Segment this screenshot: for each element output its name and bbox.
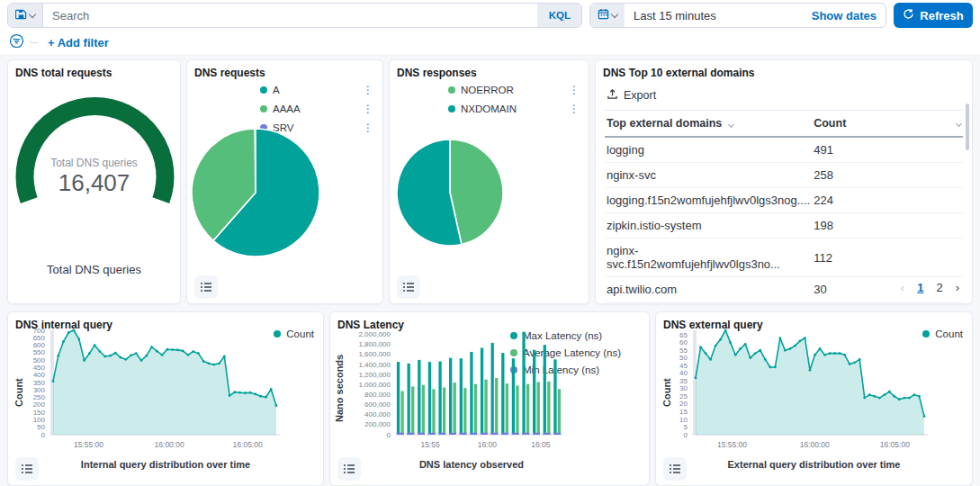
svg-text:16:05:00: 16:05:00: [880, 440, 910, 449]
legend-label: NOERROR: [461, 85, 514, 95]
legend-menu-icon[interactable]: ⋮: [361, 122, 375, 134]
svg-text:550: 550: [33, 348, 46, 356]
dashboard-grid: DNS total requests Total DNS queries 16,…: [0, 54, 980, 486]
show-dates-link[interactable]: Show dates: [803, 9, 886, 22]
svg-text:16:00:00: 16:00:00: [155, 440, 184, 449]
svg-text:0: 0: [387, 431, 391, 439]
area-chart[interactable]: 0510152025303540455055606515:55:0016:00:…: [667, 325, 937, 451]
legend-item[interactable]: AAAA⋮: [260, 103, 375, 115]
domain-cell: nginx-svc.f15n2womfujehfjlwv0lgs3no...: [605, 238, 812, 277]
search-input[interactable]: [43, 4, 537, 27]
save-icon: [15, 8, 27, 22]
domain-cell: api.twilio.com: [605, 277, 812, 302]
pie-chart[interactable]: [395, 138, 505, 248]
legend-dot-icon: [260, 86, 267, 94]
panel-legend-toggle-button[interactable]: [663, 457, 687, 481]
domain-cell: checkoutservice: [605, 302, 812, 305]
legend-label: Count: [286, 328, 314, 339]
table-row: nginx-svc258: [605, 163, 963, 188]
legend-label: AAAA: [273, 104, 301, 114]
legend-dot-icon: [448, 86, 455, 94]
calendar-icon: [598, 8, 609, 22]
svg-text:45: 45: [679, 362, 688, 370]
add-filter-link[interactable]: + Add filter: [48, 36, 109, 50]
bar-chart[interactable]: 0200,000400,000600,000800,0001,000,0001,…: [343, 325, 566, 451]
export-button[interactable]: Export: [596, 79, 677, 110]
legend-dot-icon: [448, 105, 455, 112]
panel-legend-toggle-button[interactable]: [194, 275, 218, 299]
search-bar: KQL: [7, 3, 582, 28]
pie-chart[interactable]: [190, 127, 321, 258]
svg-text:800,000: 800,000: [364, 391, 391, 399]
legend: NOERROR⋮NXDOMAIN⋮: [448, 84, 581, 115]
scrollbar[interactable]: [966, 104, 969, 150]
svg-text:600,000: 600,000: [364, 400, 391, 409]
panel-title[interactable]: DNS responses: [390, 60, 589, 79]
panel-legend-toggle-button[interactable]: [337, 457, 361, 481]
refresh-icon: [903, 8, 914, 22]
panel-title[interactable]: DNS total requests: [8, 60, 180, 79]
svg-text:100: 100: [33, 416, 46, 424]
svg-text:2,000,000: 2,000,000: [358, 330, 391, 338]
column-header-count[interactable]: Count: [812, 111, 963, 138]
svg-text:40: 40: [679, 369, 688, 377]
svg-text:16:05:00: 16:05:00: [233, 440, 263, 449]
top-domains-table: Top external domains Count logging491ngi…: [605, 110, 963, 304]
svg-text:15:55: 15:55: [420, 440, 440, 449]
panel-title[interactable]: DNS requests: [187, 60, 382, 79]
list-icon: [200, 281, 212, 293]
table-row: logging491: [605, 137, 963, 163]
svg-text:350: 350: [33, 379, 46, 387]
legend-menu-icon[interactable]: ⋮: [567, 103, 581, 115]
svg-text:1,200,000: 1,200,000: [358, 371, 391, 379]
legend-menu-icon[interactable]: ⋮: [361, 84, 375, 96]
svg-text:450: 450: [33, 364, 46, 372]
svg-text:150: 150: [33, 409, 46, 417]
domain-cell: zipkin.istio-system: [605, 213, 812, 238]
legend-item[interactable]: NXDOMAIN⋮: [448, 103, 581, 115]
list-icon: [669, 463, 681, 475]
legend-item[interactable]: A⋮: [260, 84, 375, 96]
legend-dot-icon: [260, 105, 267, 112]
svg-text:16:00:00: 16:00:00: [800, 440, 830, 449]
calendar-button[interactable]: [590, 4, 625, 27]
count-cell: 258: [812, 163, 963, 188]
table-row: logging.f15n2womfujehfjlwv0lgs3nog....22…: [605, 188, 963, 213]
svg-text:1,800,000: 1,800,000: [358, 340, 391, 348]
kql-button[interactable]: KQL: [537, 4, 581, 27]
svg-text:16:05: 16:05: [531, 440, 551, 449]
column-header-domains[interactable]: Top external domains: [605, 111, 812, 138]
legend-menu-icon[interactable]: ⋮: [361, 103, 375, 115]
list-icon: [21, 463, 33, 475]
previous-page-icon[interactable]: ‹: [901, 281, 904, 294]
legend-item[interactable]: NOERROR⋮: [448, 84, 581, 96]
pagination: ‹ 1 2 ›: [901, 281, 959, 294]
gauge-bottom-label: Total DNS queries: [8, 263, 180, 276]
panel-dns-internal-query: DNS internal query Count Count 050100150…: [7, 311, 324, 486]
page-1-button[interactable]: 1: [917, 281, 923, 294]
svg-text:0: 0: [41, 431, 46, 439]
panel-title[interactable]: DNS Top 10 external domains: [596, 60, 972, 79]
area-chart[interactable]: 0501001502002503003504004505005506006507…: [19, 325, 289, 451]
svg-text:35: 35: [679, 377, 688, 385]
svg-text:10: 10: [679, 416, 688, 424]
page-2-button[interactable]: 2: [936, 281, 942, 294]
divider: [30, 42, 39, 43]
panel-legend-toggle-button[interactable]: [397, 275, 420, 299]
next-page-icon[interactable]: ›: [956, 281, 959, 294]
saved-query-button[interactable]: [8, 4, 43, 27]
svg-text:400: 400: [33, 371, 46, 379]
legend-label: A: [273, 85, 280, 95]
svg-text:200: 200: [33, 400, 46, 409]
legend-menu-icon[interactable]: ⋮: [567, 84, 581, 96]
panel-dns-external-query: DNS external query Count Count 051015202…: [655, 311, 973, 486]
svg-text:16:00: 16:00: [478, 440, 498, 449]
svg-text:50: 50: [679, 354, 688, 362]
count-cell: 224: [812, 188, 963, 213]
refresh-button[interactable]: Refresh: [894, 3, 973, 28]
panel-legend-toggle-button[interactable]: [15, 457, 39, 481]
list-icon: [343, 463, 355, 475]
filter-icon[interactable]: [9, 33, 24, 52]
time-range-label[interactable]: Last 15 minutes: [625, 9, 803, 22]
gauge-center-label: Total DNS queries: [8, 157, 180, 169]
